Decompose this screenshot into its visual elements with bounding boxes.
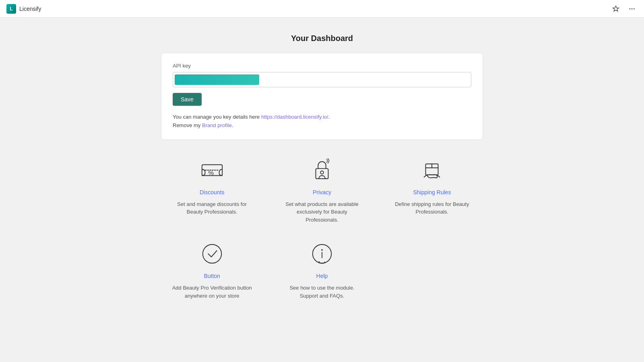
svg-point-1 <box>632 8 633 9</box>
privacy-link[interactable]: Privacy <box>313 189 331 195</box>
button-link[interactable]: Button <box>204 273 220 279</box>
privacy-icon <box>308 156 336 184</box>
svg-point-13 <box>321 249 323 251</box>
shipping-link[interactable]: Shipping Rules <box>413 189 451 195</box>
dashboard-link[interactable]: https://dashboard.licensify.io/ <box>261 114 328 120</box>
save-button[interactable]: Save <box>173 93 202 106</box>
button-feature-icon <box>198 240 226 268</box>
feature-privacy: Privacy Set what products are available … <box>271 156 373 224</box>
api-key-input-wrapper <box>173 72 471 87</box>
feature-grid-row1: % Discounts Set and manage discounts for… <box>161 156 483 224</box>
remove-text: Remove my <box>173 122 202 128</box>
privacy-desc: Set what products are available exclusiv… <box>282 200 362 224</box>
svg-text:%: % <box>208 169 214 176</box>
api-key-label: API key <box>173 63 471 69</box>
svg-point-2 <box>634 8 635 9</box>
topbar: L Licensify <box>0 0 644 18</box>
api-note-text-before: You can manage you key details here <box>173 114 261 120</box>
brand-profile-end: . <box>232 122 233 128</box>
feature-grid-row2: Button Add Beauty Pro Verification butto… <box>161 240 483 300</box>
feature-shipping: Shipping Rules Define shipping rules for… <box>381 156 483 224</box>
main-content: Your Dashboard API key Save You can mana… <box>0 18 644 316</box>
empty-cell <box>381 240 483 300</box>
shipping-icon <box>418 156 446 184</box>
topbar-left: L Licensify <box>6 4 41 14</box>
brand-profile-link[interactable]: Brand profile <box>202 122 232 128</box>
svg-point-11 <box>202 245 221 263</box>
app-logo: L <box>6 4 16 14</box>
svg-point-0 <box>629 8 630 9</box>
feature-button: Button Add Beauty Pro Verification butto… <box>161 240 263 300</box>
discounts-link[interactable]: Discounts <box>200 189 224 195</box>
app-name: Licensify <box>19 6 41 12</box>
page-title: Your Dashboard <box>291 34 353 43</box>
help-link[interactable]: Help <box>316 273 328 279</box>
api-key-value-bar <box>175 74 259 85</box>
svg-point-7 <box>320 171 324 174</box>
feature-discounts: % Discounts Set and manage discounts for… <box>161 156 263 224</box>
help-icon <box>308 240 336 268</box>
topbar-right <box>610 3 638 14</box>
discounts-desc: Set and manage discounts for Beauty Prof… <box>172 200 252 216</box>
more-options-icon[interactable] <box>626 3 638 14</box>
feature-help: Help See how to use the module. Support … <box>271 240 373 300</box>
shipping-desc: Define shipping rules for Beauty Profess… <box>392 200 472 216</box>
api-key-card: API key Save You can manage you key deta… <box>161 53 483 140</box>
api-note-period: . <box>328 114 330 120</box>
api-note: You can manage you key details here http… <box>173 113 471 130</box>
discounts-icon: % <box>198 156 226 184</box>
button-desc: Add Beauty Pro Verification button anywh… <box>172 284 252 300</box>
pin-icon[interactable] <box>610 3 621 14</box>
help-desc: See how to use the module. Support and F… <box>282 284 362 300</box>
